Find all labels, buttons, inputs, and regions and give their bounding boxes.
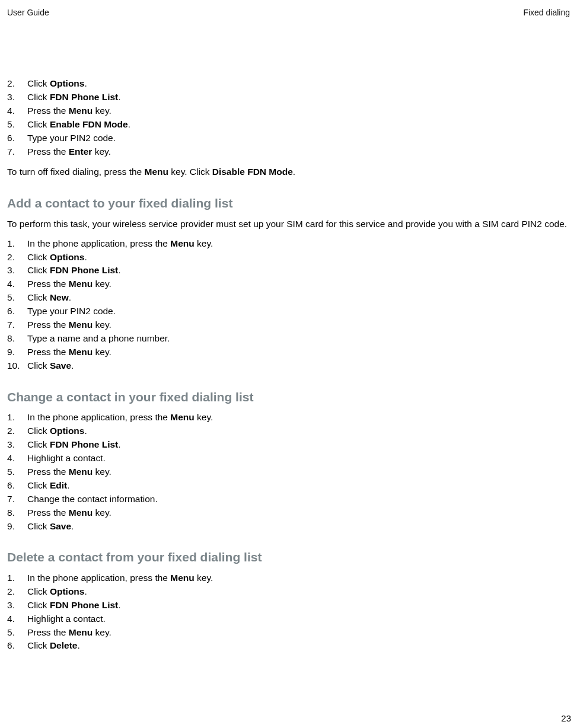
step-text-bold: FDN Phone List [50,92,118,102]
page: User Guide Fixed dialing Click Options.C… [0,0,577,728]
step-text-pre: Click [27,119,50,129]
step-item: Highlight a contact. [7,452,570,465]
step-text-pre: Click [27,360,50,371]
step-text-bold: Options [50,78,85,88]
step-text-bold: Menu [69,279,93,289]
step-text-pre: Press the [27,106,69,116]
step-text-post: key. [195,412,213,422]
step-text-pre: Click [27,480,50,490]
note-bold-1: Menu [145,167,168,177]
step-item: Click Enable FDN Mode. [7,119,570,131]
step-text-pre: In the phone application, press the [27,573,170,583]
step-text-pre: Click [27,78,50,88]
step-text-post: . [118,600,120,610]
step-item: Click Options. [7,586,570,598]
step-text-post: . [118,439,120,449]
page-content: Click Options.Click FDN Phone List.Press… [5,78,572,652]
intro-add: To perform this task, your wireless serv… [7,218,570,231]
step-text-bold: Menu [170,412,194,422]
step-text-pre: Press the [27,279,69,289]
step-text-pre: Click [27,521,50,531]
note-text: To turn off fixed dialing, press the [7,167,145,177]
step-item: Type your PIN2 code. [7,305,570,318]
step-item: Click FDN Phone List. [7,439,570,451]
step-text-post: key. [92,146,111,157]
step-text-pre: In the phone application, press the [27,412,170,422]
step-text-pre: Press the [27,467,69,477]
step-text-post: key. [93,467,111,477]
step-text-bold: Delete [50,640,78,650]
step-text-pre: Click [27,439,50,449]
step-text-bold: Edit [50,480,67,490]
step-text-bold: Save [50,360,71,371]
step-text-post: . [67,480,69,490]
step-text-pre: Click [27,292,50,302]
step-text-post: key. [195,238,213,248]
step-text-post: key. [93,627,111,637]
step-text-post: key. [93,507,111,518]
step-text-post: . [84,78,87,88]
step-item: Click Options. [7,78,570,90]
step-text-post: key. [93,106,111,116]
step-text-post: . [118,92,120,102]
step-item: Click Delete. [7,640,570,652]
step-item: Press the Menu key. [7,507,570,519]
step-text-bold: Menu [69,507,93,518]
step-text-pre: Click [27,640,50,650]
step-text-pre: Press the [27,627,69,637]
step-text-pre: Press the [27,347,69,357]
step-text-post: . [69,292,71,302]
step-item: Click New. [7,292,570,304]
step-item: In the phone application, press the Menu… [7,572,570,585]
step-item: Click Save. [7,360,570,372]
step-item: Click Save. [7,521,570,533]
step-text-post: . [84,252,87,262]
steps-change: In the phone application, press the Menu… [7,411,570,532]
step-item: Click Edit. [7,480,570,492]
step-item: Click Options. [7,251,570,264]
step-item: Press the Menu key. [7,346,570,359]
step-text-bold: Menu [69,627,93,637]
step-text-pre: Click [27,265,50,275]
step-item: Press the Menu key. [7,319,570,331]
step-text-bold: Menu [69,320,93,330]
step-text-post: . [118,265,120,275]
step-text-bold: Options [50,252,85,262]
step-text-post: key. [195,573,213,583]
step-text-bold: Menu [170,573,194,583]
page-number: 23 [561,713,571,724]
header-left: User Guide [7,7,49,18]
step-text-bold: Menu [170,238,194,248]
step-item: Click FDN Phone List. [7,264,570,277]
step-text-post: . [84,586,87,596]
step-text-bold: Menu [69,347,93,357]
step-text-pre: Highlight a contact. [27,453,106,463]
step-text-pre: Press the [27,146,69,157]
step-text-bold: Enter [69,146,93,157]
turn-off-note: To turn off fixed dialing, press the Men… [7,166,570,178]
step-text-pre: Click [27,586,50,596]
page-header: User Guide Fixed dialing [5,7,572,18]
steps-delete: In the phone application, press the Menu… [7,572,570,653]
step-item: Click FDN Phone List. [7,599,570,612]
step-item: Change the contact information. [7,493,570,506]
steps-add: In the phone application, press the Menu… [7,238,570,372]
step-text-bold: Enable FDN Mode [50,119,128,129]
step-text-pre: Click [27,600,50,610]
heading-delete: Delete a contact from your fixed dialing… [7,549,570,566]
step-text-bold: Options [50,586,85,596]
step-item: Click Options. [7,425,570,438]
header-right: Fixed dialing [523,7,570,18]
step-item: Press the Menu key. [7,105,570,117]
note-bold-2: Disable FDN Mode [212,167,293,177]
step-text-bold: FDN Phone List [50,600,118,610]
step-item: Press the Enter key. [7,146,570,158]
step-text-bold: New [50,292,69,302]
step-text-bold: Menu [69,467,93,477]
step-item: Type your PIN2 code. [7,132,570,145]
step-text-pre: Type your PIN2 code. [27,306,116,316]
steps-top: Click Options.Click FDN Phone List.Press… [7,78,570,158]
step-text-pre: Highlight a contact. [27,614,106,624]
step-text-bold: FDN Phone List [50,265,118,275]
step-text-post: . [77,640,79,650]
